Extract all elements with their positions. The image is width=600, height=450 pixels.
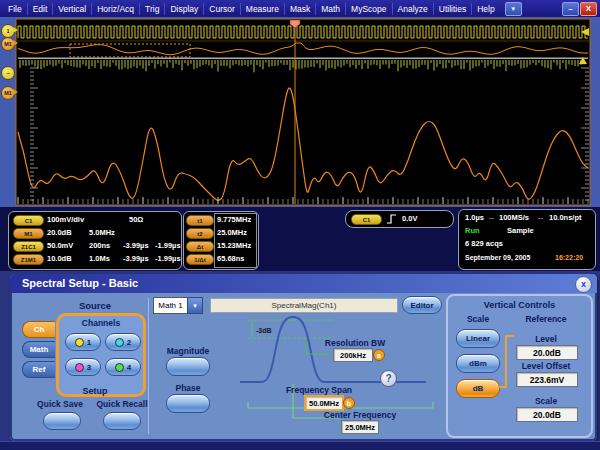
db-scale-button[interactable]: dB: [456, 379, 500, 398]
knob-key-a: a: [373, 349, 385, 361]
quick-save-button[interactable]: [43, 412, 81, 430]
ch2-color-dot-icon: [115, 338, 124, 347]
menu-vertical[interactable]: Vertical: [53, 3, 92, 15]
menu-overflow-button[interactable]: ▼: [505, 2, 522, 16]
cursor-1dt-value: 65.68ns: [217, 254, 245, 263]
scale-heading: Scale: [456, 314, 500, 324]
cursor-1dt-badge: 1/Δt: [186, 254, 214, 265]
quick-recall-label: Quick Recall: [90, 399, 154, 409]
menu-cursor[interactable]: Cursor: [204, 3, 241, 15]
help-button[interactable]: ?: [380, 370, 397, 387]
trigger-level: 0.0V: [402, 214, 417, 223]
menu-edit[interactable]: Edit: [28, 3, 54, 15]
vertical-scale-field[interactable]: 20.0dB: [516, 407, 578, 422]
ch1-termination: 50Ω: [129, 215, 143, 224]
level-field[interactable]: 20.0dB: [516, 345, 578, 360]
menu-trig[interactable]: Trig: [140, 3, 165, 15]
tab-math[interactable]: Math: [22, 341, 55, 358]
readout-bar: C1 100mV/div 50Ω M1 20.0dB 5.0MHz Z1C1 5…: [0, 207, 600, 271]
readout-separator2: --: [538, 213, 543, 222]
math-expression-field[interactable]: SpectralMag(Ch1): [210, 298, 398, 313]
cursor-dt-value: 15.23MHz: [217, 241, 251, 250]
menu-analyze[interactable]: Analyze: [393, 3, 434, 15]
channel-3-button[interactable]: 3: [65, 358, 101, 376]
channel-4-button[interactable]: 4: [105, 358, 141, 376]
math1-hscale: 5.0MHz: [89, 228, 115, 237]
zoom-math1-pos1: -3.99µs: [123, 254, 149, 263]
tab-ch[interactable]: Ch: [22, 321, 55, 338]
phase-label: Phase: [160, 383, 216, 393]
rising-edge-icon: [386, 214, 397, 224]
ch1-badge: C1: [13, 215, 44, 226]
level-offset-field[interactable]: 223.6mV: [516, 372, 578, 387]
knob-key-b: b: [343, 397, 355, 409]
menu-measure[interactable]: Measure: [241, 3, 285, 15]
channels-group: Channels 1 2 3 4: [56, 313, 146, 397]
dialog-title-bar[interactable]: Spectral Setup - Basic: [10, 274, 597, 293]
linear-scale-button[interactable]: Linear: [456, 329, 500, 348]
zoom-math1-vscale: 10.0dB: [47, 254, 72, 263]
math1-marker-arrow-icon: [13, 40, 18, 46]
channel-1-label: 1: [87, 338, 91, 347]
menu-file[interactable]: File: [3, 3, 28, 15]
channel-3-label: 3: [87, 363, 91, 372]
level-offset-label: Level Offset: [510, 361, 582, 371]
math1-scale: 20.0dB: [47, 228, 72, 237]
zoom-math-marker-arrow-icon: [13, 89, 18, 95]
minimize-button[interactable]: –: [562, 2, 579, 16]
acquisition-mode: Sample: [507, 226, 534, 235]
zoom-ch1-pos1: -3.99µs: [123, 241, 149, 250]
divider-band: [18, 58, 588, 59]
zoom-ch1-pos2: -1.99µs: [155, 241, 181, 250]
frequency-span-field[interactable]: 50.0MHz: [304, 395, 344, 411]
acquisition-count: 6 829 acqs: [465, 239, 503, 248]
zoom-position-marker[interactable]: −: [1, 66, 15, 80]
chevron-down-icon: ▼: [192, 303, 198, 309]
vertical-scale-label: Scale: [510, 396, 582, 406]
math-select[interactable]: Math 1: [153, 297, 188, 314]
menu-math[interactable]: Math: [316, 3, 346, 15]
menu-myscope[interactable]: MyScope: [346, 3, 392, 15]
dbm-scale-button[interactable]: dBm: [456, 354, 500, 373]
vertical-controls-heading: Vertical Controls: [448, 300, 591, 310]
quick-save-label: Quick Save: [30, 399, 90, 409]
close-window-button[interactable]: X: [580, 2, 597, 16]
center-frequency-label: Center Frequency: [322, 410, 398, 420]
menu-help[interactable]: Help: [472, 3, 499, 15]
readout-separator: --: [489, 213, 494, 222]
center-frequency-field[interactable]: 25.0MHz: [341, 420, 379, 434]
menu-utilities[interactable]: Utilities: [434, 3, 472, 15]
menu-display[interactable]: Display: [165, 3, 204, 15]
math-select-dropdown-button[interactable]: ▼: [187, 297, 203, 314]
dialog-title: Spectral Setup - Basic: [22, 277, 138, 289]
pane-divider: [148, 298, 149, 434]
resolution-bw-label: Resolution BW: [320, 338, 390, 348]
waveform-display-area: 1 M1 − M1: [0, 17, 600, 207]
resolution-bw-field[interactable]: 200kHz: [333, 348, 373, 362]
ch1-marker-arrow-icon: [13, 27, 18, 33]
cursor-t2-badge: t2: [186, 228, 214, 239]
math1-badge: M1: [13, 228, 44, 239]
phase-button[interactable]: [166, 394, 210, 413]
level-label: Level: [510, 334, 582, 344]
zoom-ch1-badge: Z1C1: [13, 241, 44, 252]
menu-horiz-acq[interactable]: Horiz/Acq: [92, 3, 140, 15]
zoom-math1-badge: Z1M1: [13, 254, 44, 265]
quick-recall-button[interactable]: [103, 412, 141, 430]
tab-ref[interactable]: Ref: [22, 361, 55, 378]
channel-2-button[interactable]: 2: [105, 333, 141, 351]
dialog-close-button[interactable]: x: [575, 276, 592, 293]
cursor-dt-badge: Δt: [186, 241, 214, 252]
ch1-color-dot-icon: [75, 338, 84, 347]
bottom-bar: [0, 441, 600, 450]
spectral-setup-dialog: Spectral Setup - Basic x Source Ch Math …: [10, 274, 597, 441]
magnitude-label: Magnitude: [160, 346, 216, 356]
minus-3db-label: -3dB: [256, 327, 272, 334]
zoom-ch1-hscale: 200ns: [89, 241, 110, 250]
magnitude-button[interactable]: [166, 357, 210, 376]
channels-heading: Channels: [59, 318, 143, 328]
menu-mask[interactable]: Mask: [285, 3, 316, 15]
channel-4-label: 4: [127, 363, 131, 372]
zoom-math1-hscale: 1.0Ms: [89, 254, 110, 263]
channel-1-button[interactable]: 1: [65, 333, 101, 351]
